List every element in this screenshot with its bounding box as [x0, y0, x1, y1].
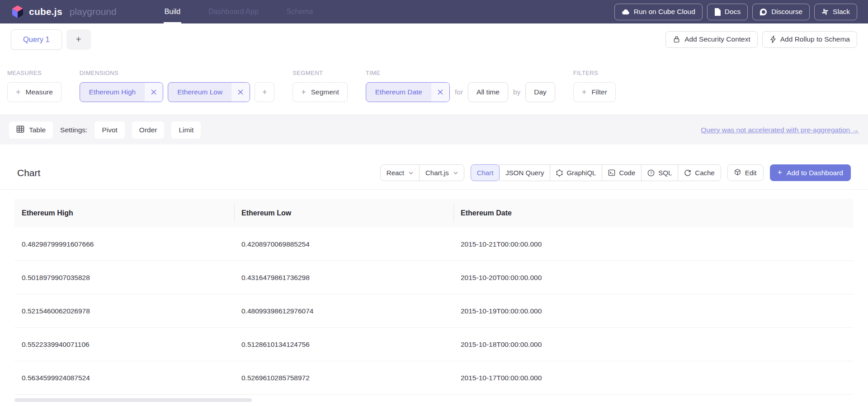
add-filter-button[interactable]: + Filter — [573, 82, 616, 102]
settings-label: Settings: — [60, 126, 87, 134]
edit-button[interactable]: Edit — [727, 164, 764, 181]
column-header-ethereum-high: Ethereum High — [14, 199, 234, 228]
docs-file-icon — [714, 8, 721, 16]
nav-item-dashboard-app[interactable]: Dashboard App — [208, 0, 259, 23]
graphql-icon — [556, 169, 563, 177]
add-query-tab-button[interactable]: + — [66, 29, 91, 50]
tab-cache[interactable]: Cache — [678, 164, 721, 181]
cloud-icon — [622, 9, 630, 15]
dimension-chip-ethereum-high[interactable]: Ethereum High — [80, 82, 163, 102]
brand-logo: cube.js playground — [11, 5, 117, 19]
cube-edit-icon — [734, 168, 741, 177]
table-row: 0.5522339940071106 0.5128610134124756 20… — [14, 328, 854, 361]
query-tabs-row: Query 1 + Add Security Context Add Rollu… — [0, 23, 868, 55]
query-builder: MEASURES + Measure DIMENSIONS Ethereum H… — [0, 55, 868, 115]
table-row: 0.5018979907035828 0.4316479861736298 20… — [14, 261, 854, 294]
table-grid-icon — [16, 126, 24, 135]
column-header-ethereum-low: Ethereum Low — [234, 199, 453, 228]
close-icon[interactable] — [431, 83, 449, 102]
add-security-context-button[interactable]: Add Security Context — [665, 31, 758, 48]
table-row: 0.48298799991607666 0.4208970069885254 2… — [14, 228, 854, 261]
chevron-down-icon — [409, 172, 413, 174]
chevron-down-icon — [453, 172, 458, 174]
dimensions-label: DIMENSIONS — [80, 70, 274, 76]
plus-icon: + — [262, 88, 267, 97]
segment-group: SEGMENT + Segment — [292, 70, 348, 102]
close-icon[interactable] — [231, 83, 250, 102]
time-group: TIME Ethereum Date for All time by Day — [366, 70, 555, 102]
navbar-actions: Run on Cube Cloud Docs Discourse — [614, 4, 857, 20]
preaggregation-link[interactable]: Query was not accelerated with pre-aggre… — [701, 126, 859, 134]
top-navbar: cube.js playground Build Dashboard App S… — [0, 0, 868, 23]
horizontal-scrollbar-thumb[interactable] — [14, 398, 252, 402]
tab-code[interactable]: SQL Code — [602, 164, 642, 181]
limit-button[interactable]: Limit — [171, 121, 201, 139]
segment-label: SEGMENT — [292, 70, 348, 76]
chart-title: Chart — [17, 168, 40, 178]
measures-group: MEASURES + Measure — [7, 70, 61, 102]
sync-icon — [684, 169, 691, 177]
granularity-button[interactable]: Day — [525, 82, 555, 102]
tab-graphiql[interactable]: GraphiQL — [550, 164, 602, 181]
slack-icon — [821, 8, 829, 15]
plus-icon: + — [582, 88, 587, 97]
question-circle-icon: ? — [647, 169, 655, 177]
nav-item-build[interactable]: Build — [164, 0, 182, 23]
bolt-icon — [769, 35, 776, 43]
dimensions-group: DIMENSIONS Ethereum High Ethereum Low + — [80, 70, 274, 102]
cube-logo-icon — [11, 5, 24, 19]
run-on-cube-cloud-button[interactable]: Run on Cube Cloud — [614, 4, 703, 20]
discourse-icon — [760, 8, 767, 16]
nav-item-schema[interactable]: Schema — [286, 0, 314, 23]
time-label: TIME — [366, 70, 555, 76]
measures-label: MEASURES — [7, 70, 61, 76]
slack-button[interactable]: Slack — [814, 4, 857, 20]
chart-panel-header: Chart React Chart.js Chart JSON Query — [0, 145, 868, 190]
discourse-button[interactable]: Discourse — [752, 4, 810, 20]
filters-group: FILTERS + Filter — [573, 70, 616, 102]
result-view-tabs: Chart JSON Query GraphiQL — [471, 164, 721, 181]
table-header-row: Ethereum High Ethereum Low Ethereum Date — [14, 199, 854, 228]
add-rollup-to-schema-button[interactable]: Add Rollup to Schema — [762, 31, 857, 48]
plus-icon: + — [778, 168, 783, 177]
brand-name: cube.js — [29, 6, 62, 17]
lock-icon — [673, 35, 680, 43]
library-select[interactable]: Chart.js — [419, 164, 464, 181]
tab-chart[interactable]: Chart — [471, 164, 500, 181]
add-segment-button[interactable]: + Segment — [292, 82, 348, 102]
svg-text:?: ? — [650, 171, 652, 175]
for-label: for — [454, 88, 463, 96]
table-view-button[interactable]: Table — [9, 121, 53, 139]
add-dimension-button[interactable]: + — [255, 82, 274, 102]
pivot-button[interactable]: Pivot — [94, 121, 124, 139]
framework-library-selects: React Chart.js — [380, 164, 464, 181]
tab-sql[interactable]: ? SQL — [641, 164, 678, 181]
table-row: 0.5215460062026978 0.48099398612976074 2… — [14, 294, 854, 328]
filters-label: FILTERS — [573, 70, 616, 76]
tabs-row-actions: Add Security Context Add Rollup to Schem… — [665, 31, 857, 48]
plus-icon: + — [301, 88, 306, 97]
query-tab-1[interactable]: Query 1 — [11, 29, 62, 50]
main-nav: Build Dashboard App Schema — [164, 0, 314, 23]
framework-select[interactable]: React — [380, 164, 420, 181]
close-icon[interactable] — [145, 83, 163, 102]
code-terminal-icon — [608, 169, 615, 176]
dimension-chip-ethereum-low[interactable]: Ethereum Low — [168, 82, 250, 102]
column-header-ethereum-date: Ethereum Date — [453, 199, 854, 228]
docs-button[interactable]: Docs — [707, 4, 748, 20]
date-range-button[interactable]: All time — [468, 82, 508, 102]
chart-controls: React Chart.js Chart JSON Query — [380, 164, 851, 181]
by-label: by — [513, 88, 521, 96]
plus-icon: + — [16, 88, 21, 97]
order-button[interactable]: Order — [132, 121, 165, 139]
tab-json-query[interactable]: JSON Query — [499, 164, 550, 181]
time-chip-ethereum-date[interactable]: Ethereum Date — [366, 82, 450, 102]
result-table: Ethereum High Ethereum Low Ethereum Date… — [14, 199, 854, 402]
table-row: 0.5634599924087524 0.5269610285758972 20… — [14, 361, 854, 395]
add-to-dashboard-button[interactable]: + Add to Dashboard — [770, 164, 851, 181]
results-settings-bar: Table Settings: Pivot Order Limit Query … — [0, 115, 868, 145]
brand-suffix: playground — [70, 6, 117, 17]
add-measure-button[interactable]: + Measure — [7, 82, 61, 102]
